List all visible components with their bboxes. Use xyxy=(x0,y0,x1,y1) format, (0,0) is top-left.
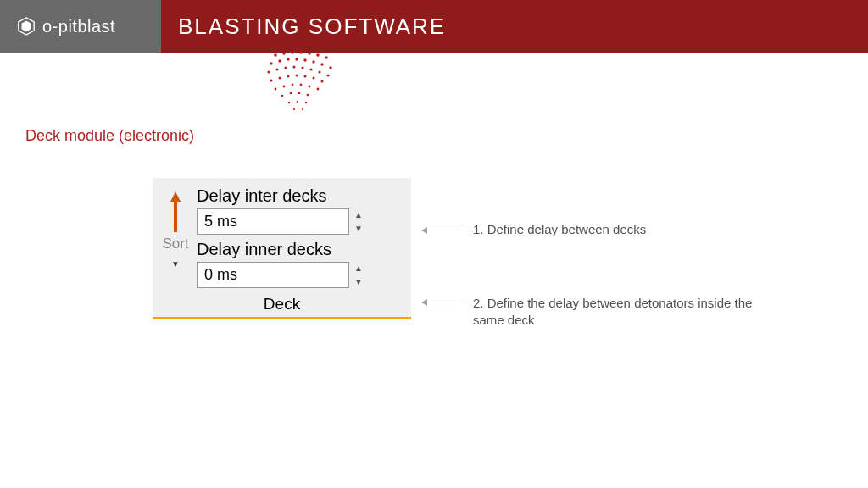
svg-point-24 xyxy=(326,74,329,76)
arrow-left-icon xyxy=(422,230,465,230)
svg-point-2 xyxy=(274,53,277,57)
svg-point-38 xyxy=(281,95,284,97)
spinner-up-icon[interactable]: ▲ xyxy=(354,264,363,273)
sort-column: Sort ▼ xyxy=(159,186,192,293)
brand-text: o-pitblast xyxy=(42,17,115,36)
svg-marker-47 xyxy=(170,191,181,232)
delay-inner-decks-spinner[interactable]: ▲ ▼ xyxy=(354,264,363,286)
panel-footer-label: Deck xyxy=(159,293,404,313)
svg-point-32 xyxy=(275,88,277,91)
header-title-block: BLASTING SOFTWARE xyxy=(161,0,868,53)
svg-point-12 xyxy=(295,58,298,60)
svg-point-44 xyxy=(305,102,307,103)
svg-point-9 xyxy=(270,62,272,64)
svg-point-18 xyxy=(275,68,278,70)
svg-point-27 xyxy=(287,75,290,78)
svg-point-41 xyxy=(307,94,309,97)
sort-dropdown-button[interactable]: ▼ xyxy=(171,256,180,269)
svg-marker-1 xyxy=(22,21,31,32)
deck-panel: Sort ▼ Delay inter decks 5 ms ▲ ▼ Delay … xyxy=(153,178,411,319)
svg-point-7 xyxy=(316,53,320,57)
svg-point-13 xyxy=(303,58,306,61)
svg-point-31 xyxy=(321,80,324,83)
svg-point-33 xyxy=(283,86,286,88)
header-title: BLASTING SOFTWARE xyxy=(178,14,446,40)
annotation-1: 1. Define delay between decks xyxy=(422,221,646,238)
svg-point-42 xyxy=(288,102,290,103)
spinner-up-icon[interactable]: ▲ xyxy=(354,211,363,219)
spinner-down-icon[interactable]: ▼ xyxy=(354,225,363,233)
svg-point-29 xyxy=(304,75,307,78)
delay-inner-decks-label: Delay inner decks xyxy=(197,240,404,259)
svg-point-17 xyxy=(267,70,270,73)
annotation-2: 2. Define the delay between detonators i… xyxy=(422,295,753,330)
svg-point-23 xyxy=(318,70,320,73)
svg-point-30 xyxy=(313,77,315,80)
svg-point-43 xyxy=(297,101,298,103)
svg-point-10 xyxy=(278,59,281,62)
brand-logo-icon xyxy=(17,17,36,36)
svg-point-46 xyxy=(302,108,303,110)
header: o-pitblast BLASTING SOFTWARE xyxy=(0,0,868,53)
svg-point-11 xyxy=(287,58,289,60)
svg-point-22 xyxy=(309,68,312,70)
svg-point-25 xyxy=(270,80,273,82)
svg-point-20 xyxy=(292,65,295,68)
decorative-dots-graphic xyxy=(250,47,369,123)
svg-point-26 xyxy=(279,77,281,80)
svg-point-21 xyxy=(301,66,303,69)
delay-inter-decks-spinner[interactable]: ▲ ▼ xyxy=(354,211,363,233)
svg-point-35 xyxy=(300,84,303,86)
delay-inter-decks-input[interactable]: 5 ms xyxy=(197,208,349,235)
svg-point-14 xyxy=(312,60,314,63)
delay-inner-decks-input[interactable]: 0 ms xyxy=(197,262,349,288)
annotation-1-text: 1. Define delay between decks xyxy=(473,221,646,238)
svg-point-39 xyxy=(290,92,292,95)
sort-label: Sort xyxy=(162,236,188,252)
delay-inter-decks-label: Delay inter decks xyxy=(197,186,404,206)
svg-point-40 xyxy=(298,92,301,95)
svg-point-19 xyxy=(284,66,287,69)
svg-point-36 xyxy=(309,86,311,88)
arrow-left-icon xyxy=(422,302,465,302)
section-title: Deck module (electronic) xyxy=(25,127,194,145)
svg-point-34 xyxy=(292,84,294,86)
annotation-2-text: 2. Define the delay between detonators i… xyxy=(473,295,753,330)
sort-arrow-up-icon xyxy=(169,191,182,232)
header-brand-block: o-pitblast xyxy=(0,0,161,53)
svg-point-16 xyxy=(329,66,331,69)
svg-point-37 xyxy=(317,88,320,91)
svg-point-28 xyxy=(296,75,298,77)
svg-point-45 xyxy=(293,108,295,110)
spinner-down-icon[interactable]: ▼ xyxy=(354,278,363,286)
svg-point-8 xyxy=(325,56,328,59)
svg-point-15 xyxy=(320,63,323,65)
